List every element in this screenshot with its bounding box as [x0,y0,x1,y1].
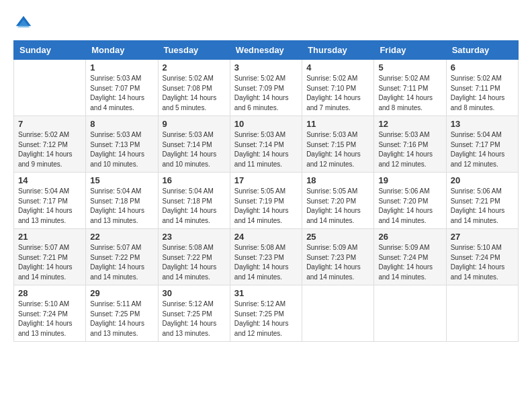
day-number: 11 [306,119,369,129]
day-cell: 29Sunrise: 5:11 AM Sunset: 7:25 PM Dayli… [86,285,158,342]
day-cell: 4Sunrise: 5:02 AM Sunset: 7:10 PM Daylig… [302,60,374,116]
day-info: Sunrise: 5:12 AM Sunset: 7:25 PM Dayligh… [163,300,226,338]
day-cell: 17Sunrise: 5:05 AM Sunset: 7:19 PM Dayli… [230,173,302,229]
day-number: 25 [306,232,369,242]
day-info: Sunrise: 5:03 AM Sunset: 7:15 PM Dayligh… [306,130,369,169]
day-number: 6 [451,62,514,73]
day-info: Sunrise: 5:05 AM Sunset: 7:19 PM Dayligh… [234,187,298,226]
day-info: Sunrise: 5:12 AM Sunset: 7:25 PM Dayligh… [234,300,298,338]
day-number: 18 [306,175,369,185]
day-number: 7 [18,119,81,129]
day-cell [374,285,446,342]
day-cell: 20Sunrise: 5:06 AM Sunset: 7:21 PM Dayli… [446,173,518,229]
day-info: Sunrise: 5:06 AM Sunset: 7:20 PM Dayligh… [378,187,441,226]
day-number: 23 [163,232,226,242]
day-number: 4 [306,62,369,73]
day-cell: 30Sunrise: 5:12 AM Sunset: 7:25 PM Dayli… [158,285,230,342]
page-header [13,13,519,34]
day-number: 1 [90,62,153,73]
week-row-4: 21Sunrise: 5:07 AM Sunset: 7:21 PM Dayli… [14,229,519,285]
day-info: Sunrise: 5:11 AM Sunset: 7:25 PM Dayligh… [90,300,153,338]
day-number: 2 [163,62,226,73]
day-number: 19 [378,175,441,185]
day-info: Sunrise: 5:02 AM Sunset: 7:12 PM Dayligh… [18,130,81,169]
day-number: 9 [163,119,226,129]
day-info: Sunrise: 5:09 AM Sunset: 7:23 PM Dayligh… [306,243,369,282]
weekday-header-monday: Monday [86,41,158,60]
day-info: Sunrise: 5:04 AM Sunset: 7:18 PM Dayligh… [163,187,226,226]
day-info: Sunrise: 5:08 AM Sunset: 7:22 PM Dayligh… [163,243,226,282]
day-number: 3 [234,62,298,73]
week-row-2: 7Sunrise: 5:02 AM Sunset: 7:12 PM Daylig… [14,116,519,173]
day-number: 24 [234,232,298,242]
day-info: Sunrise: 5:02 AM Sunset: 7:09 PM Dayligh… [234,74,298,113]
day-number: 22 [90,232,153,242]
day-cell: 31Sunrise: 5:12 AM Sunset: 7:25 PM Dayli… [230,285,302,342]
day-info: Sunrise: 5:03 AM Sunset: 7:16 PM Dayligh… [378,130,441,169]
day-cell: 8Sunrise: 5:03 AM Sunset: 7:13 PM Daylig… [86,116,158,173]
day-info: Sunrise: 5:03 AM Sunset: 7:14 PM Dayligh… [163,130,226,169]
day-number: 21 [18,232,81,242]
day-info: Sunrise: 5:10 AM Sunset: 7:24 PM Dayligh… [451,243,514,282]
day-cell: 18Sunrise: 5:05 AM Sunset: 7:20 PM Dayli… [302,173,374,229]
day-info: Sunrise: 5:02 AM Sunset: 7:08 PM Dayligh… [163,74,226,113]
day-number: 17 [234,175,298,185]
day-info: Sunrise: 5:04 AM Sunset: 7:17 PM Dayligh… [18,187,81,226]
day-info: Sunrise: 5:04 AM Sunset: 7:17 PM Dayligh… [451,130,514,169]
weekday-header-sunday: Sunday [14,41,86,60]
week-row-1: 1Sunrise: 5:03 AM Sunset: 7:07 PM Daylig… [14,60,519,116]
logo [13,13,36,34]
day-info: Sunrise: 5:07 AM Sunset: 7:21 PM Dayligh… [18,243,81,282]
day-cell: 22Sunrise: 5:07 AM Sunset: 7:22 PM Dayli… [86,229,158,285]
day-info: Sunrise: 5:08 AM Sunset: 7:23 PM Dayligh… [234,243,298,282]
day-cell: 27Sunrise: 5:10 AM Sunset: 7:24 PM Dayli… [446,229,518,285]
day-info: Sunrise: 5:04 AM Sunset: 7:18 PM Dayligh… [90,187,153,226]
day-info: Sunrise: 5:02 AM Sunset: 7:10 PM Dayligh… [306,74,369,113]
day-number: 13 [451,119,514,129]
logo-icon [13,13,34,34]
day-cell: 11Sunrise: 5:03 AM Sunset: 7:15 PM Dayli… [302,116,374,173]
day-cell: 10Sunrise: 5:03 AM Sunset: 7:14 PM Dayli… [230,116,302,173]
day-info: Sunrise: 5:02 AM Sunset: 7:11 PM Dayligh… [378,74,441,113]
day-info: Sunrise: 5:03 AM Sunset: 7:14 PM Dayligh… [234,130,298,169]
weekday-header-row: SundayMondayTuesdayWednesdayThursdayFrid… [14,41,519,60]
day-number: 8 [90,119,153,129]
day-cell: 25Sunrise: 5:09 AM Sunset: 7:23 PM Dayli… [302,229,374,285]
day-cell: 5Sunrise: 5:02 AM Sunset: 7:11 PM Daylig… [374,60,446,116]
day-info: Sunrise: 5:02 AM Sunset: 7:11 PM Dayligh… [451,74,514,113]
day-cell: 6Sunrise: 5:02 AM Sunset: 7:11 PM Daylig… [446,60,518,116]
weekday-header-friday: Friday [374,41,446,60]
day-info: Sunrise: 5:03 AM Sunset: 7:13 PM Dayligh… [90,130,153,169]
day-info: Sunrise: 5:10 AM Sunset: 7:24 PM Dayligh… [18,300,81,338]
day-cell: 28Sunrise: 5:10 AM Sunset: 7:24 PM Dayli… [14,285,86,342]
day-cell: 1Sunrise: 5:03 AM Sunset: 7:07 PM Daylig… [86,60,158,116]
week-row-3: 14Sunrise: 5:04 AM Sunset: 7:17 PM Dayli… [14,173,519,229]
day-info: Sunrise: 5:03 AM Sunset: 7:07 PM Dayligh… [90,74,153,113]
day-cell: 23Sunrise: 5:08 AM Sunset: 7:22 PM Dayli… [158,229,230,285]
weekday-header-thursday: Thursday [302,41,374,60]
day-number: 28 [18,288,81,298]
day-cell: 24Sunrise: 5:08 AM Sunset: 7:23 PM Dayli… [230,229,302,285]
day-cell: 26Sunrise: 5:09 AM Sunset: 7:24 PM Dayli… [374,229,446,285]
day-cell: 14Sunrise: 5:04 AM Sunset: 7:17 PM Dayli… [14,173,86,229]
day-cell: 3Sunrise: 5:02 AM Sunset: 7:09 PM Daylig… [230,60,302,116]
day-cell: 19Sunrise: 5:06 AM Sunset: 7:20 PM Dayli… [374,173,446,229]
day-number: 16 [163,175,226,185]
day-number: 30 [163,288,226,298]
day-number: 26 [378,232,441,242]
day-cell [446,285,518,342]
weekday-header-saturday: Saturday [446,41,518,60]
week-row-5: 28Sunrise: 5:10 AM Sunset: 7:24 PM Dayli… [14,285,519,342]
day-info: Sunrise: 5:07 AM Sunset: 7:22 PM Dayligh… [90,243,153,282]
day-number: 14 [18,175,81,185]
day-cell: 7Sunrise: 5:02 AM Sunset: 7:12 PM Daylig… [14,116,86,173]
day-info: Sunrise: 5:06 AM Sunset: 7:21 PM Dayligh… [451,187,514,226]
day-number: 29 [90,288,153,298]
day-cell: 15Sunrise: 5:04 AM Sunset: 7:18 PM Dayli… [86,173,158,229]
day-cell: 21Sunrise: 5:07 AM Sunset: 7:21 PM Dayli… [14,229,86,285]
calendar: SundayMondayTuesdayWednesdayThursdayFrid… [13,40,519,342]
day-number: 31 [234,288,298,298]
day-number: 27 [451,232,514,242]
day-info: Sunrise: 5:05 AM Sunset: 7:20 PM Dayligh… [306,187,369,226]
day-number: 15 [90,175,153,185]
